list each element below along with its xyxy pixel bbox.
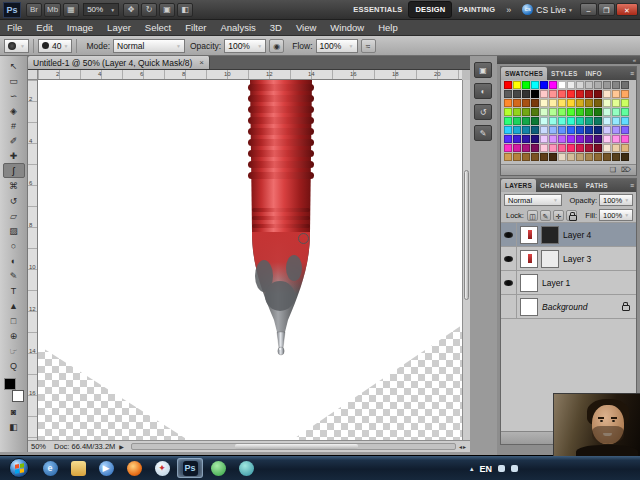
visibility-toggle[interactable] [501,247,517,271]
color-swatch[interactable] [513,99,521,107]
close-tab-icon[interactable]: × [199,58,204,67]
color-swatch[interactable] [558,81,566,89]
color-swatch[interactable] [576,135,584,143]
color-swatch[interactable] [531,144,539,152]
language-indicator[interactable]: EN [480,464,493,474]
color-swatch[interactable] [522,144,530,152]
color-swatch[interactable] [504,99,512,107]
background-color-chip[interactable] [12,390,24,402]
color-swatch[interactable] [513,108,521,116]
cs-live-button[interactable]: cs CS Live ▼ [522,4,573,15]
airbrush-icon[interactable]: ≈ [361,39,376,53]
color-swatch[interactable] [540,90,548,98]
color-swatch[interactable] [504,144,512,152]
color-swatch[interactable] [603,153,611,161]
taskbar-windows-explorer[interactable] [65,458,91,478]
color-swatch[interactable] [594,99,602,107]
dodge-tool[interactable]: ◐ [3,253,25,268]
move-tool[interactable]: ↖ [3,58,25,73]
color-swatch[interactable] [513,81,521,89]
layer-row-layer-3[interactable]: Layer 3 [501,247,636,271]
network-icon[interactable] [498,465,505,472]
color-swatch[interactable] [621,90,629,98]
color-swatch[interactable] [576,153,584,161]
history-brush-tool[interactable]: ↺ [3,193,25,208]
workspace-overflow[interactable]: » [501,5,516,15]
color-swatch[interactable] [585,81,593,89]
gradient-tool[interactable]: ▨ [3,223,25,238]
launch-bridge-icon[interactable]: Br [26,3,42,17]
color-swatch[interactable] [540,144,548,152]
color-swatch[interactable] [585,90,593,98]
taskbar-internet-explorer[interactable]: e [37,458,63,478]
color-swatch[interactable] [558,99,566,107]
color-swatch[interactable] [576,81,584,89]
color-swatch[interactable] [522,126,530,134]
color-swatch[interactable] [621,126,629,134]
color-swatch[interactable] [540,135,548,143]
color-swatch[interactable] [576,108,584,116]
color-swatch[interactable] [567,90,575,98]
color-swatch[interactable] [531,153,539,161]
color-swatch[interactable] [612,126,620,134]
close-button[interactable]: ✕ [616,3,638,16]
color-swatch[interactable] [558,126,566,134]
arrange-documents-icon[interactable]: ▣ [159,3,175,17]
color-swatch[interactable] [531,126,539,134]
color-swatch[interactable] [513,117,521,125]
color-swatch[interactable] [585,126,593,134]
menu-analysis[interactable]: Analysis [213,22,262,33]
tool-preset-picker[interactable]: ▼ [4,39,29,53]
screen-mode-toolbox-icon[interactable]: ◧ [3,419,25,434]
color-swatch[interactable] [621,153,629,161]
menu-view[interactable]: View [289,22,323,33]
color-swatch[interactable] [576,90,584,98]
ruler-corner[interactable] [28,70,38,80]
vertical-scrollbar[interactable] [462,80,470,440]
color-swatch[interactable] [612,117,620,125]
color-swatch[interactable] [612,99,620,107]
start-button[interactable] [9,458,29,478]
color-swatch[interactable] [585,144,593,152]
color-swatch[interactable] [558,117,566,125]
collapse-dock-icon[interactable]: « [633,57,636,63]
3d-rotate-tool[interactable]: ⊕ [3,328,25,343]
taskbar-green-app[interactable] [205,458,231,478]
canvas[interactable] [38,80,462,440]
color-swatch[interactable] [603,144,611,152]
taskbar-safari[interactable]: ✦ [149,458,175,478]
color-swatch[interactable] [603,117,611,125]
color-swatch[interactable] [540,153,548,161]
color-swatch[interactable] [603,81,611,89]
color-swatch[interactable] [522,153,530,161]
foreground-color-chip[interactable] [4,378,16,390]
color-swatch[interactable] [603,99,611,107]
color-swatch[interactable] [540,81,548,89]
color-swatch[interactable] [513,135,521,143]
color-swatch[interactable] [612,108,620,116]
color-swatch[interactable] [621,117,629,125]
photoshop-logo[interactable]: Ps [3,2,21,18]
pen-tool[interactable]: ✎ [3,268,25,283]
flow-dropdown[interactable]: 100%▼ [316,39,358,53]
quick-mask-icon[interactable]: ◙ [3,404,25,419]
color-panel-icon[interactable]: ▣ [474,62,492,78]
color-swatch[interactable] [576,144,584,152]
color-swatch[interactable] [594,90,602,98]
show-hidden-icons[interactable]: ▴ [470,465,474,473]
eyedropper-tool[interactable]: ✐ [3,133,25,148]
color-swatch[interactable] [558,144,566,152]
color-swatch[interactable] [504,135,512,143]
rotate-view-icon[interactable]: ↻ [141,3,157,17]
color-swatch[interactable] [531,81,539,89]
rectangle-tool[interactable]: □ [3,313,25,328]
taskbar-photoshop[interactable]: Ps [177,458,203,478]
healing-brush-tool[interactable]: ✚ [3,148,25,163]
ruler-top[interactable]: 2468101214161820 [38,70,462,80]
menu-help[interactable]: Help [371,22,405,33]
color-swatch[interactable] [558,90,566,98]
visibility-toggle[interactable] [501,271,517,295]
color-swatch[interactable] [567,126,575,134]
menu-select[interactable]: Select [138,22,178,33]
lock-transparency-icon[interactable]: ◫ [527,210,538,221]
